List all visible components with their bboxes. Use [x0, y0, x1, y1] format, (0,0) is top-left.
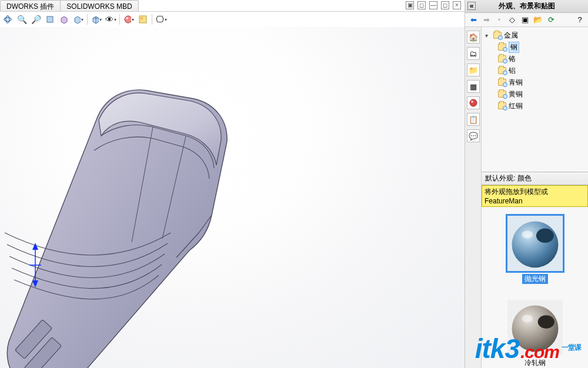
- zoom-area-icon[interactable]: 🔎: [31, 14, 41, 25]
- svg-marker-12: [32, 243, 38, 250]
- folder-open-icon[interactable]: 📂: [533, 15, 543, 25]
- tree-label: 黄铜: [509, 89, 523, 99]
- cube3-icon[interactable]: ▾: [73, 14, 83, 25]
- taskpane-toolbar: ⬅ ➡ • ◇ ▣ 📂 ⟳ ?: [465, 13, 588, 27]
- folder-icon: [498, 79, 506, 86]
- separator-icon: [119, 14, 120, 25]
- nav-forward-icon[interactable]: ➡: [482, 15, 491, 25]
- orbit-icon[interactable]: [2, 14, 13, 25]
- vtab-home-icon[interactable]: 🏠: [467, 31, 480, 44]
- svg-rect-7: [139, 16, 146, 23]
- tree-root-metal[interactable]: ▾ 金属: [483, 29, 587, 41]
- tab-plugins[interactable]: DWORKS 插件: [0, 0, 61, 11]
- vtab-appearance-icon[interactable]: [467, 96, 480, 109]
- tree-item-brass[interactable]: 黄铜: [483, 88, 587, 100]
- svg-rect-2: [47, 16, 53, 22]
- vtab-view-icon[interactable]: ▦: [467, 80, 480, 93]
- help-icon[interactable]: ?: [575, 15, 584, 25]
- watermark-sub: 一堂课: [562, 343, 581, 353]
- folder-icon: [498, 44, 506, 51]
- svg-marker-13: [32, 280, 38, 287]
- vtab-props-icon[interactable]: 📋: [467, 113, 480, 126]
- sep-dot-icon: •: [495, 15, 504, 25]
- vtab-folder-icon[interactable]: 📁: [467, 63, 480, 76]
- vtab-library-icon[interactable]: 🗂: [467, 47, 480, 60]
- cube2-icon[interactable]: [59, 14, 69, 25]
- drag-hint: 将外观拖放到模型或 FeatureMan: [482, 185, 588, 207]
- tab-mbd[interactable]: SOLIDWORKS MBD: [60, 0, 138, 11]
- folder-icon: [498, 55, 506, 62]
- default-appearance-bar: 默认外观: 颜色: [482, 172, 588, 185]
- taskpane-title-text: 外观、布景和贴图: [499, 1, 555, 11]
- svg-point-0: [4, 18, 11, 21]
- watermark: itk3 .com 一堂课: [475, 333, 581, 364]
- appearance-icon[interactable]: ▾: [123, 14, 134, 25]
- wc-minimize[interactable]: —: [429, 1, 437, 9]
- task-pane: « 外观、布景和贴图 ⬅ ➡ • ◇ ▣ 📂 ⟳ ? 🏠 🗂 📁 ▦ 📋 💬 ▾: [465, 0, 588, 368]
- wc-maximize[interactable]: ◻: [441, 1, 449, 9]
- watermark-main: itk3: [475, 333, 519, 364]
- model-viewport[interactable]: [0, 27, 465, 368]
- tree-label: 铝: [509, 66, 516, 76]
- caret-down-icon: ▾: [485, 32, 491, 39]
- separator-icon: [87, 14, 88, 25]
- cube-icon[interactable]: ▣: [520, 15, 530, 25]
- tree-item-copper[interactable]: 红铜: [483, 100, 587, 112]
- tree-item-bronze[interactable]: 青铜: [483, 76, 587, 88]
- tree-label: 钢: [509, 42, 519, 53]
- svg-point-23: [537, 315, 554, 329]
- folder-icon: [498, 91, 506, 98]
- refresh-icon[interactable]: ⟳: [546, 15, 556, 25]
- svg-point-6: [126, 17, 128, 19]
- separator-icon: [152, 14, 152, 25]
- watermark-com: .com: [520, 342, 559, 362]
- svg-point-1: [6, 16, 9, 23]
- sphere-icon: [507, 214, 563, 273]
- tree-item-chrome[interactable]: 铬: [483, 53, 587, 65]
- appearance-tree: ▾ 金属 钢 铬 铝 青铜: [482, 27, 588, 172]
- part-model: [0, 51, 282, 368]
- scene-icon[interactable]: [138, 14, 148, 25]
- taskpane-vertical-tabs: 🏠 🗂 📁 ▦ 📋 💬: [465, 27, 482, 368]
- folder-icon: [498, 67, 506, 74]
- window-controls: ▣ ◻ — ◻ ×: [406, 1, 461, 9]
- tree-item-aluminum[interactable]: 铝: [483, 65, 587, 76]
- tree-label: 红铜: [509, 101, 523, 111]
- tree-label: 金属: [504, 31, 518, 41]
- render-icon[interactable]: 🖵▾: [156, 14, 166, 25]
- folder-icon: [493, 32, 502, 39]
- svg-point-5: [125, 16, 131, 23]
- svg-point-20: [522, 230, 533, 238]
- svg-point-16: [471, 101, 473, 103]
- hide-show-icon[interactable]: 👁▾: [105, 14, 116, 25]
- wc-1[interactable]: ▣: [406, 1, 414, 9]
- gallery-item-polished-steel[interactable]: 抛光钢: [503, 214, 567, 284]
- dimension-marker[interactable]: [26, 242, 44, 289]
- wc-2[interactable]: ◻: [417, 1, 426, 9]
- tree-item-steel[interactable]: 钢: [483, 41, 587, 53]
- tree-label: 青铜: [509, 78, 523, 88]
- collapse-pane-icon[interactable]: «: [467, 2, 476, 10]
- folder-icon: [498, 102, 506, 109]
- taskpane-title: « 外观、布景和贴图: [465, 0, 588, 13]
- cube1-icon[interactable]: [45, 14, 55, 25]
- svg-point-8: [141, 17, 143, 19]
- svg-point-24: [522, 315, 533, 322]
- zoom-icon[interactable]: 🔍: [16, 14, 27, 25]
- nav-back-icon[interactable]: ⬅: [469, 15, 478, 25]
- svg-point-19: [536, 229, 553, 243]
- svg-point-15: [470, 99, 477, 106]
- flag1-icon[interactable]: ◇: [507, 15, 517, 25]
- gallery-label: 抛光钢: [522, 274, 548, 284]
- wc-close[interactable]: ×: [453, 1, 461, 9]
- tree-label: 铬: [509, 54, 516, 64]
- vtab-forum-icon[interactable]: 💬: [467, 129, 480, 142]
- display-style-icon[interactable]: ▾: [91, 14, 102, 25]
- svg-point-18: [512, 221, 558, 267]
